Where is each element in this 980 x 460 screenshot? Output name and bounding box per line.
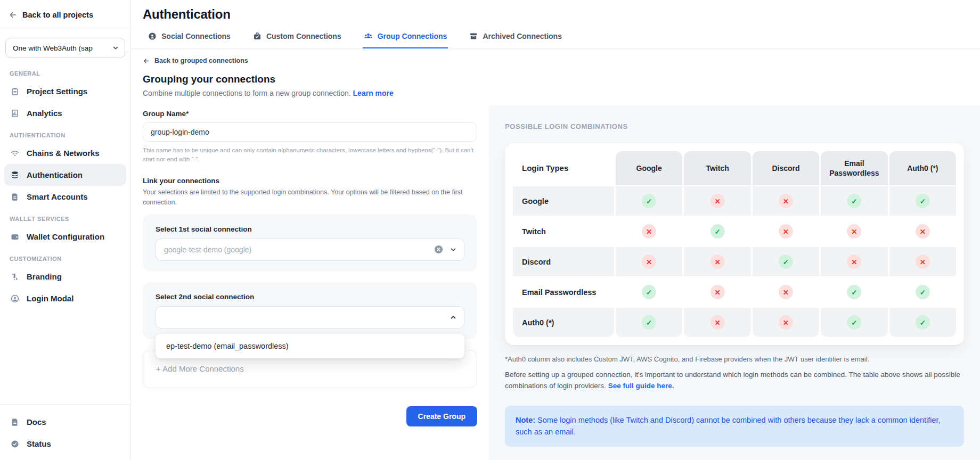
sidebar-item-status[interactable]: Status — [4, 433, 126, 455]
check-circle-icon — [10, 439, 20, 449]
sidebar-item-docs[interactable]: Docs — [4, 411, 126, 433]
database-stack-icon — [10, 170, 20, 180]
row-label-auth0: Auth0 (*) — [513, 308, 614, 337]
combination-mark: ✕ — [847, 254, 861, 269]
sidebar-item-chains-networks[interactable]: Chains & Networks — [4, 142, 126, 164]
clear-selection-icon[interactable] — [434, 244, 444, 254]
create-group-button[interactable]: Create Group — [406, 406, 477, 426]
page-title: Authentication — [143, 7, 980, 22]
row-label-email-passwordless: Email Passwordless — [513, 277, 614, 307]
tab-bar: Social Connections Custom Connections Gr… — [131, 31, 980, 48]
combination-mark: ✕ — [710, 194, 725, 208]
people-group-icon — [364, 32, 373, 40]
sidebar-item-label: Login Modal — [27, 294, 74, 303]
learn-more-link[interactable]: Learn more — [353, 89, 394, 97]
tab-label: Archived Connections — [483, 32, 562, 40]
combination-mark: ✕ — [779, 315, 793, 330]
tab-group-connections[interactable]: Group Connections — [363, 31, 448, 48]
note-text: Some login methods (like Twitch and Disc… — [516, 416, 941, 436]
row-label-twitch: Twitch — [513, 217, 614, 246]
chevron-down-icon — [112, 44, 119, 52]
back-to-grouped-connections-link[interactable]: Back to grouped connections — [143, 57, 477, 64]
back-link-label: Back to grouped connections — [154, 57, 248, 64]
section-label-customization: CUSTOMIZATION — [4, 248, 126, 266]
sidebar-item-project-settings[interactable]: Project Settings — [4, 80, 126, 102]
combination-mark: ✓ — [916, 285, 930, 299]
combination-mark: ✓ — [642, 315, 656, 330]
select1-label: Select 1st social connection — [156, 225, 464, 233]
sidebar-item-smart-accounts[interactable]: Smart Accounts — [4, 186, 126, 208]
back-to-projects-link[interactable]: Back to all projects — [0, 0, 130, 28]
select1-value: google-test-demo (google) — [164, 245, 434, 254]
sidebar-item-label: Wallet Configuration — [27, 232, 104, 241]
sidebar-item-branding[interactable]: Branding — [4, 266, 126, 288]
tab-label: Custom Connections — [266, 32, 341, 40]
combination-mark: ✓ — [642, 194, 656, 208]
combination-mark: ✕ — [847, 224, 861, 239]
add-more-connections-button[interactable]: + Add More Connections — [156, 364, 244, 373]
sidebar-divider — [0, 28, 130, 28]
sidebar-item-label: Project Settings — [27, 87, 87, 96]
select2-options-menu: ep-test-demo (email_passwordless) — [156, 334, 464, 358]
tab-social-connections[interactable]: Social Connections — [147, 31, 232, 48]
combinations-card: Login Types Google Twitch Discord Email … — [505, 143, 964, 345]
column-header-google: Google — [616, 151, 682, 185]
person-circle-icon — [148, 32, 157, 40]
combination-mark: ✓ — [642, 285, 656, 299]
analytics-icon — [10, 108, 20, 118]
tab-archived-connections[interactable]: Archived Connections — [468, 31, 563, 48]
login-combinations-table: Login Types Google Twitch Discord Email … — [513, 151, 956, 337]
sidebar-item-label: Analytics — [27, 109, 62, 118]
row-label-google: Google — [513, 186, 614, 216]
arrow-left-icon — [9, 11, 17, 19]
row-label-discord: Discord — [513, 247, 614, 276]
sidebar-nav: GENERAL Project Settings Analytics AUTHE… — [0, 58, 130, 309]
combination-mark: ✓ — [847, 194, 861, 208]
combination-mark: ✕ — [916, 224, 930, 239]
brush-icon — [10, 272, 20, 282]
sidebar-item-label: Authentication — [27, 170, 83, 179]
file-icon — [10, 192, 20, 202]
group-name-helper: This name has to be unique and can only … — [143, 146, 477, 163]
first-connection-card: Select 1st social connection google-test… — [143, 215, 477, 272]
combinations-heading: POSSIBLE LOGIN COMBINATIONS — [505, 122, 964, 130]
group-name-input[interactable] — [143, 122, 477, 142]
app-root: Back to all projects One with Web3Auth (… — [0, 0, 980, 460]
sidebar-item-login-modal[interactable]: Login Modal — [4, 288, 126, 309]
chevron-down-icon — [450, 246, 457, 253]
sidebar-item-label: Branding — [27, 272, 62, 281]
wifi-icon — [10, 148, 20, 158]
combination-mark: ✓ — [847, 315, 861, 330]
project-selector[interactable]: One with Web3Auth (sap — [5, 38, 125, 58]
link-connections-description: Your selections are limited to the suppo… — [143, 187, 477, 208]
sidebar-item-wallet-configuration[interactable]: Wallet Configuration — [4, 226, 126, 248]
sidebar: Back to all projects One with Web3Auth (… — [0, 0, 131, 460]
chevron-up-icon — [450, 314, 457, 321]
combination-mark: ✕ — [779, 194, 793, 208]
tab-custom-connections[interactable]: Custom Connections — [252, 31, 342, 48]
badge-icon — [253, 32, 262, 40]
sidebar-item-analytics[interactable]: Analytics — [4, 102, 126, 124]
section-label-authentication: AUTHENTICATION — [4, 124, 126, 142]
combination-mark: ✓ — [847, 285, 861, 299]
dropdown-option-ep-test-demo[interactable]: ep-test-demo (email_passwordless) — [156, 334, 464, 358]
combination-mark: ✕ — [710, 285, 725, 299]
select1-dropdown[interactable]: google-test-demo (google) — [156, 239, 464, 261]
back-to-projects-label: Back to all projects — [22, 11, 93, 19]
section-label-general: GENERAL — [4, 62, 126, 80]
sidebar-item-authentication[interactable]: Authentication — [4, 164, 126, 186]
link-connections-heading: Link your connections — [143, 177, 477, 185]
combination-mark: ✓ — [916, 194, 930, 208]
select2-dropdown[interactable] — [156, 306, 464, 328]
full-guide-link[interactable]: See full guide here. — [608, 382, 674, 390]
combination-mark: ✕ — [710, 254, 725, 269]
note-label: Note: — [516, 416, 535, 424]
combination-mark: ✕ — [916, 254, 930, 269]
user-circle-icon — [10, 293, 20, 303]
column-header-email-passwordless: Email Passwordless — [821, 151, 887, 185]
note-banner: Note: Some login methods (like Twitch an… — [505, 406, 964, 447]
group-connection-form: Back to grouped connections Grouping you… — [131, 48, 489, 460]
sidebar-footer: Docs Status — [0, 404, 130, 460]
sidebar-item-label: Smart Accounts — [27, 192, 87, 201]
combination-mark: ✕ — [642, 224, 656, 239]
